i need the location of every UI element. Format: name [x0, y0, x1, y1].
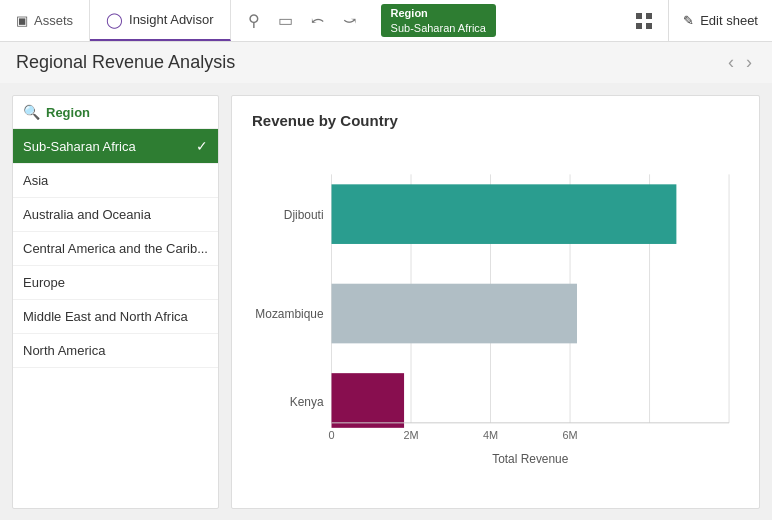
- svg-rect-0: [636, 13, 642, 19]
- chart-area: Djibouti Mozambique Kenya 0 2M 4M 6M Tot…: [252, 145, 739, 492]
- sidebar-item-label-3: Central America and the Carib...: [23, 241, 208, 256]
- assets-tab[interactable]: ▣ Assets: [0, 0, 90, 41]
- prev-arrow[interactable]: ‹: [724, 52, 738, 73]
- sidebar: 🔍 Region Sub-Saharan Africa ✓ Asia Austr…: [12, 95, 219, 509]
- sidebar-item-label-4: Europe: [23, 275, 65, 290]
- search-icon: 🔍: [23, 104, 40, 120]
- sidebar-item-asia[interactable]: Asia: [13, 164, 218, 198]
- grid-icon[interactable]: [628, 5, 660, 37]
- edit-sheet-label: Edit sheet: [700, 13, 758, 28]
- x-tick-4m: 4M: [483, 429, 498, 441]
- sidebar-item-label-2: Australia and Oceania: [23, 207, 151, 222]
- checkmark-icon: ✓: [196, 138, 208, 154]
- sidebar-item-sub-saharan-africa[interactable]: Sub-Saharan Africa ✓: [13, 129, 218, 164]
- next-arrow[interactable]: ›: [742, 52, 756, 73]
- region-filter-pill[interactable]: Region Sub-Saharan Africa: [381, 4, 496, 37]
- page-title-bar: Regional Revenue Analysis ‹ ›: [0, 42, 772, 83]
- sidebar-search: 🔍 Region: [13, 96, 218, 129]
- y-label-djibouti: Djibouti: [284, 208, 324, 222]
- select-icon[interactable]: ▭: [271, 6, 301, 36]
- redo-icon[interactable]: ⤻: [335, 6, 365, 36]
- zoom-icon[interactable]: ⚲: [239, 6, 269, 36]
- edit-icon: ✎: [683, 13, 694, 28]
- svg-rect-1: [646, 13, 652, 19]
- toolbar-icons: ⚲ ▭ ⤺ ⤻: [231, 6, 373, 36]
- top-nav: ▣ Assets ◯ Insight Advisor ⚲ ▭ ⤺ ⤻ Regio…: [0, 0, 772, 42]
- nav-tools: [620, 0, 668, 41]
- page-title: Regional Revenue Analysis: [16, 52, 235, 73]
- bar-kenya[interactable]: [332, 373, 405, 428]
- sidebar-item-label-0: Sub-Saharan Africa: [23, 139, 136, 154]
- insight-label: Insight Advisor: [129, 12, 214, 27]
- bar-mozambique[interactable]: [332, 284, 577, 344]
- search-label: Region: [46, 105, 90, 120]
- undo-icon[interactable]: ⤺: [303, 6, 333, 36]
- sidebar-item-australia[interactable]: Australia and Oceania: [13, 198, 218, 232]
- pill-value: Sub-Saharan Africa: [391, 21, 486, 35]
- sidebar-list: Sub-Saharan Africa ✓ Asia Australia and …: [13, 129, 218, 508]
- pill-label: Region: [391, 6, 486, 20]
- bar-djibouti[interactable]: [332, 184, 677, 244]
- x-tick-2m: 2M: [403, 429, 418, 441]
- x-axis-label: Total Revenue: [492, 452, 568, 466]
- sidebar-item-label-6: North America: [23, 343, 105, 358]
- assets-label: Assets: [34, 13, 73, 28]
- y-label-kenya: Kenya: [290, 395, 324, 409]
- insight-tab[interactable]: ◯ Insight Advisor: [90, 0, 231, 41]
- insight-icon: ◯: [106, 11, 123, 29]
- sidebar-item-middle-east[interactable]: Middle East and North Africa: [13, 300, 218, 334]
- assets-icon: ▣: [16, 13, 28, 28]
- main-content: 🔍 Region Sub-Saharan Africa ✓ Asia Austr…: [0, 83, 772, 520]
- chart-svg: Djibouti Mozambique Kenya 0 2M 4M 6M Tot…: [252, 145, 739, 492]
- y-label-mozambique: Mozambique: [255, 308, 324, 322]
- sidebar-item-label-1: Asia: [23, 173, 48, 188]
- sidebar-item-label-5: Middle East and North Africa: [23, 309, 188, 324]
- sidebar-item-europe[interactable]: Europe: [13, 266, 218, 300]
- svg-rect-2: [636, 23, 642, 29]
- edit-sheet-button[interactable]: ✎ Edit sheet: [668, 0, 772, 41]
- chart-panel: Revenue by Country Djibouti Mozambique: [231, 95, 760, 509]
- sidebar-item-north-america[interactable]: North America: [13, 334, 218, 368]
- chart-title: Revenue by Country: [252, 112, 739, 129]
- x-tick-6m: 6M: [562, 429, 577, 441]
- nav-arrows: ‹ ›: [724, 52, 756, 73]
- x-tick-0: 0: [328, 429, 334, 441]
- sidebar-item-central-america[interactable]: Central America and the Carib...: [13, 232, 218, 266]
- svg-rect-3: [646, 23, 652, 29]
